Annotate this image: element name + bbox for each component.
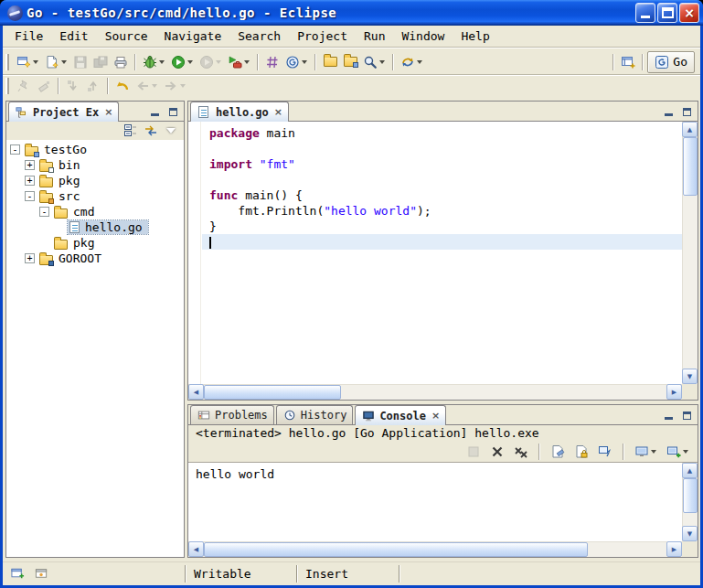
console-vertical-scrollbar[interactable]: ▲ ▼ <box>682 463 698 541</box>
back-button[interactable] <box>133 75 161 97</box>
close-view-button[interactable]: × <box>102 106 112 118</box>
fast-view-button[interactable] <box>10 567 25 582</box>
code-line[interactable]: fmt.Println("hello world"); <box>209 203 682 219</box>
last-edit-location-button[interactable] <box>112 75 133 97</box>
scroll-right-button[interactable]: ▶ <box>666 541 682 557</box>
collapse-all-button[interactable] <box>123 123 138 138</box>
maximize-button[interactable] <box>657 3 677 23</box>
tree-expander-icon[interactable]: - <box>39 207 49 217</box>
tree-expander-icon[interactable]: + <box>25 176 35 186</box>
tree-expander-icon[interactable]: - <box>25 191 35 201</box>
current-code-line[interactable] <box>202 234 682 250</box>
scroll-up-button[interactable]: ▲ <box>682 463 698 478</box>
previous-annotation-button[interactable] <box>83 75 103 97</box>
scroll-down-button[interactable]: ▼ <box>682 526 698 541</box>
annotation-ruler[interactable] <box>188 122 201 384</box>
pin-console-button[interactable] <box>595 441 615 463</box>
minimize-button[interactable] <box>635 3 655 23</box>
search-button[interactable] <box>360 51 389 73</box>
scroll-left-button[interactable]: ◀ <box>188 541 204 557</box>
new-go-project-button[interactable] <box>262 51 282 73</box>
save-button[interactable] <box>70 51 91 73</box>
tab-project-explorer[interactable]: Project Ex × <box>8 102 119 122</box>
tree-item-cmd[interactable]: - cmd <box>6 204 184 219</box>
console-output[interactable]: hello world ▲ ▼ ◀ ▶ <box>188 462 698 557</box>
run-button[interactable] <box>168 51 197 73</box>
maximize-view-button[interactable] <box>165 105 181 119</box>
toggle-mark-occurrences-button[interactable] <box>34 75 54 97</box>
menu-item-help[interactable]: Help <box>453 26 497 48</box>
menu-item-window[interactable]: Window <box>393 26 453 48</box>
minimize-view-button[interactable] <box>661 409 676 422</box>
team-synchronize-button[interactable] <box>398 51 426 73</box>
tree-expander-icon[interactable]: - <box>10 144 20 155</box>
go-perspective-button[interactable]: Go <box>647 51 695 73</box>
scrollbar-thumb[interactable] <box>683 478 698 513</box>
project-tree[interactable]: - testGo + bin + <box>6 140 184 557</box>
tree-item-src-pkg[interactable]: pkg <box>6 235 184 251</box>
code-line[interactable]: func main() { <box>209 187 682 203</box>
toolbar-grip[interactable] <box>5 78 10 94</box>
clear-console-button[interactable] <box>548 441 568 463</box>
next-annotation-button[interactable] <box>63 75 83 97</box>
scroll-lock-button[interactable] <box>571 441 591 463</box>
close-button[interactable]: × <box>679 3 699 23</box>
remove-launch-button[interactable] <box>487 441 507 463</box>
toolbar-grip[interactable] <box>5 54 10 70</box>
code-line[interactable]: } <box>209 219 682 234</box>
tab-hello-go[interactable]: hello.go × <box>190 102 289 122</box>
new-go-element-button[interactable] <box>42 51 70 73</box>
open-perspective-button[interactable] <box>618 51 638 73</box>
menu-item-source[interactable]: Source <box>97 26 156 48</box>
menu-item-project[interactable]: Project <box>289 26 356 48</box>
tab-problems[interactable]: Problems <box>190 405 274 424</box>
go-launch-button[interactable] <box>282 51 311 73</box>
forward-button[interactable] <box>161 75 189 97</box>
editor-vertical-scrollbar[interactable]: ▲ ▼ <box>682 122 698 384</box>
tree-expander-icon[interactable]: + <box>25 160 35 170</box>
maximize-view-button[interactable] <box>679 409 695 422</box>
tree-item-testgo[interactable]: - testGo <box>6 142 184 157</box>
code-line[interactable] <box>209 172 682 187</box>
view-menu-button[interactable] <box>164 123 178 138</box>
scrollbar-thumb[interactable] <box>204 542 588 557</box>
scroll-up-button[interactable]: ▲ <box>682 122 698 137</box>
open-project-button[interactable] <box>340 51 360 73</box>
close-editor-button[interactable]: × <box>272 106 282 118</box>
link-with-editor-button[interactable] <box>144 123 158 138</box>
tree-item-pkg[interactable]: + pkg <box>6 173 184 188</box>
display-selected-console-button[interactable] <box>632 441 660 463</box>
scrollbar-thumb[interactable] <box>683 137 698 196</box>
menu-item-search[interactable]: Search <box>229 26 289 48</box>
tree-item-src[interactable]: - src <box>6 188 184 204</box>
tree-item-bin[interactable]: + bin <box>6 157 184 173</box>
menu-item-run[interactable]: Run <box>356 26 393 48</box>
menu-item-navigate[interactable]: Navigate <box>156 26 230 48</box>
code-line[interactable] <box>209 141 682 156</box>
tab-history[interactable]: History <box>276 405 354 424</box>
editor-horizontal-scrollbar[interactable]: ◀ ▶ <box>188 384 682 400</box>
menu-item-edit[interactable]: Edit <box>51 26 96 48</box>
maximize-view-button[interactable] <box>679 105 695 119</box>
external-tools-button[interactable] <box>225 51 253 73</box>
close-view-button[interactable]: × <box>430 410 440 422</box>
scroll-down-button[interactable]: ▼ <box>682 369 698 384</box>
remove-all-launches-button[interactable] <box>511 441 531 463</box>
scroll-right-button[interactable]: ▶ <box>666 384 682 400</box>
console-horizontal-scrollbar[interactable]: ◀ ▶ <box>188 541 682 557</box>
debug-button[interactable] <box>140 51 168 73</box>
pin-editor-button[interactable] <box>14 75 34 97</box>
scroll-left-button[interactable]: ◀ <box>188 384 204 400</box>
terminate-button[interactable] <box>463 441 484 463</box>
tab-console[interactable]: Console × <box>355 405 446 425</box>
print-button[interactable] <box>111 51 131 73</box>
title-bar[interactable]: Go - testGo/src/cmd/hello.go - Eclipse × <box>0 0 703 26</box>
new-wizard-button[interactable] <box>14 51 42 73</box>
code-area[interactable]: package main import "fmt" func main() { … <box>202 122 682 384</box>
minimize-view-button[interactable] <box>147 105 163 119</box>
minimize-view-button[interactable] <box>661 105 676 119</box>
open-file-button[interactable] <box>320 51 340 73</box>
scrollbar-thumb[interactable] <box>204 385 341 400</box>
tree-expander-icon[interactable]: + <box>25 253 35 263</box>
profile-button[interactable] <box>197 51 225 73</box>
